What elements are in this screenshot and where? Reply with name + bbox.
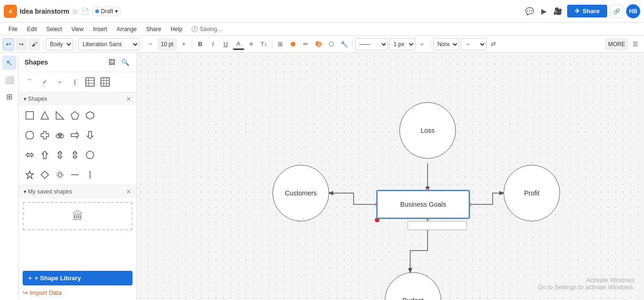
shape-cross[interactable] — [38, 128, 52, 142]
shape-vertical-line[interactable] — [83, 168, 97, 182]
watermark: Activate Windows Go to Settings to activ… — [538, 276, 635, 291]
shapes-section-close[interactable]: ✕ — [126, 95, 132, 103]
shape-octagon[interactable] — [23, 128, 37, 142]
file-icon[interactable]: 📄 — [81, 8, 89, 15]
more-btn[interactable]: MORE — [605, 38, 628, 50]
draft-badge[interactable]: Draft ▾ — [92, 7, 121, 16]
shape-table2[interactable] — [98, 75, 112, 89]
import-data-button[interactable]: ↪ Import Data — [23, 289, 132, 296]
redo-btn[interactable]: ↪ — [16, 38, 27, 50]
video-icon[interactable]: 🎥 — [552, 5, 564, 17]
extras-btn[interactable]: 🔧 — [339, 39, 350, 50]
star-icon[interactable]: ☆ — [72, 8, 78, 15]
shape-double-arrow-h[interactable] — [23, 148, 37, 162]
menu-share[interactable]: Share — [141, 24, 166, 34]
layer-btn[interactable]: ⬡ — [326, 39, 337, 50]
shape-triangle[interactable] — [38, 108, 52, 122]
font-size-increase[interactable]: + — [178, 39, 190, 50]
shape-arrow-down[interactable] — [83, 128, 97, 142]
sep3 — [142, 40, 142, 49]
shape-up-down-arrow2[interactable] — [68, 148, 82, 162]
shape-star[interactable] — [23, 168, 37, 182]
business-goals-node[interactable]: Business Goals — [377, 191, 469, 218]
saved-shapes-section-close[interactable]: ✕ — [126, 188, 132, 195]
format-panel-btn[interactable]: ☰ — [630, 39, 641, 50]
flip-btn[interactable]: ⇄ — [488, 39, 499, 50]
shape-arrow-up[interactable] — [38, 148, 52, 162]
sep4 — [192, 40, 192, 49]
menu-help[interactable]: Help — [166, 24, 187, 34]
shapes-search-icon[interactable]: 🔍 — [119, 57, 131, 68]
connectors-layer — [137, 53, 644, 300]
style-select[interactable]: Body — [46, 38, 73, 50]
shape-right-triangle[interactable] — [53, 108, 67, 122]
menu-select[interactable]: Select — [41, 24, 66, 34]
font-select[interactable]: Liberation Sans — [78, 38, 140, 50]
menu-edit[interactable]: Edit — [22, 24, 41, 34]
line-style-select[interactable]: —— — [355, 38, 388, 50]
menu-view[interactable]: View — [66, 24, 88, 34]
shape-double-arrow-v[interactable] — [53, 148, 67, 162]
line-color-btn[interactable]: ✏ — [300, 39, 312, 50]
text-format-btn[interactable]: T↕ — [258, 39, 270, 50]
svg-marker-16 — [26, 131, 33, 139]
shape-hexagon[interactable] — [83, 108, 97, 122]
shape-diamond[interactable] — [38, 168, 52, 182]
menu-file[interactable]: File — [4, 24, 22, 34]
italic-btn[interactable]: I — [207, 39, 219, 50]
bold-btn[interactable]: B — [195, 39, 206, 50]
font-size-value[interactable]: 10 pt — [157, 38, 177, 50]
shapes-tool[interactable]: ⬜ — [2, 73, 17, 87]
canvas[interactable]: Loss Customers Business Goals Profit Bud… — [137, 53, 644, 300]
share-button[interactable]: ✈ Share — [567, 5, 607, 17]
link-icon-button[interactable]: 🔗 — [610, 5, 623, 18]
svg-marker-14 — [71, 112, 79, 119]
corner-style-btn[interactable]: ⌐ — [417, 39, 428, 50]
sep7 — [430, 40, 431, 49]
menu-insert[interactable]: Insert — [88, 24, 112, 34]
shape-brace[interactable]: { — [68, 75, 82, 89]
shapes-section-header[interactable]: ▾ Shapes ✕ — [19, 92, 136, 105]
font-size-decrease[interactable]: − — [145, 39, 156, 50]
present-icon[interactable]: ▶ — [538, 5, 550, 17]
arrow-style-select[interactable]: → — [461, 38, 487, 50]
svg-point-29 — [58, 173, 62, 177]
shape-gear[interactable] — [53, 168, 67, 182]
shape-arrow-right[interactable] — [68, 128, 82, 142]
shape-square[interactable] — [23, 108, 37, 122]
saving-indicator: 🕐 Saving... — [191, 26, 222, 32]
underline-btn[interactable]: U — [220, 39, 231, 50]
shape-pentagon[interactable] — [68, 108, 82, 122]
customers-node[interactable]: Customers — [272, 165, 329, 221]
shape-arc[interactable]: ⌒ — [23, 75, 37, 89]
loss-node[interactable]: Loss — [399, 102, 456, 159]
comment-icon[interactable]: 💬 — [524, 5, 536, 17]
shape-bracket[interactable]: ⌐ — [53, 75, 67, 89]
shape-library-button[interactable]: + + Shape Library — [23, 271, 132, 285]
connector-style-select[interactable]: None — [433, 38, 459, 50]
table-tool[interactable]: ⊞ — [2, 89, 17, 104]
pointer-tool[interactable]: ↖ — [2, 56, 17, 70]
shape-circle[interactable] — [83, 148, 97, 162]
align-btn[interactable]: ≡ — [246, 39, 257, 50]
budget-node[interactable]: Budget — [385, 272, 441, 300]
shape-cloud[interactable] — [53, 128, 67, 142]
insert-shape-btn[interactable]: ⊞ — [275, 39, 286, 50]
undo-btn[interactable]: ↩ — [3, 38, 14, 50]
format-painter-btn[interactable]: 🖌 — [28, 38, 41, 50]
svg-marker-23 — [42, 151, 48, 159]
bg-color-btn[interactable]: 🎨 — [313, 39, 324, 50]
misc-shapes-row: ⌒ ✓ ⌐ { — [19, 72, 136, 92]
shapes-image-icon[interactable]: 🖼 — [106, 57, 117, 68]
profit-node[interactable]: Profit — [504, 165, 560, 221]
line-width-select[interactable]: 1 px — [389, 38, 415, 50]
shape-table1[interactable] — [83, 75, 97, 89]
fill-color-btn[interactable]: ⬟ — [288, 39, 299, 50]
shape-check[interactable]: ✓ — [38, 75, 52, 89]
menu-arrange[interactable]: Arrange — [112, 24, 141, 34]
font-color-btn[interactable]: A — [233, 39, 244, 50]
svg-marker-21 — [87, 131, 93, 139]
shape-line[interactable] — [68, 168, 82, 182]
saved-shapes-section-header[interactable]: ▾ My saved shapes ✕ — [19, 185, 136, 198]
sep1 — [43, 40, 43, 49]
